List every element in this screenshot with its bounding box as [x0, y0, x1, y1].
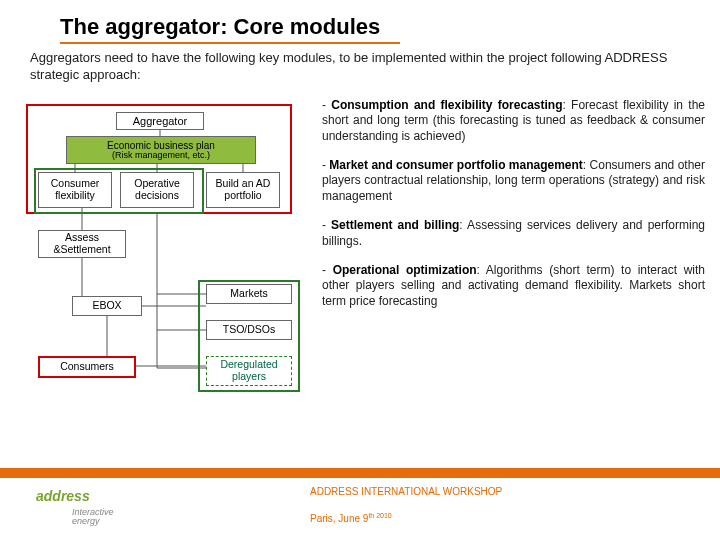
workshop-title: ADDRESS INTERNATIONAL WORKSHOP [310, 486, 502, 497]
slide-title: The aggregator: Core modules [60, 14, 400, 44]
workshop-location: Paris, June 9th 2010 [310, 512, 392, 524]
brand-tagline: Interactiveenergy [72, 508, 114, 527]
deregulated-players-box: Deregulated players [206, 356, 292, 386]
slide: { "title": "The aggregator: Core modules… [0, 0, 720, 540]
bullet-consumption: - Consumption and flexibility forecastin… [322, 98, 705, 144]
consumer-flexibility-box: Consumer flexibility [38, 172, 112, 208]
bullet-list: - Consumption and flexibility forecastin… [322, 98, 705, 418]
consumers-box: Consumers [38, 356, 136, 378]
footer-bar [0, 468, 720, 478]
ebox-box: EBOX [72, 296, 142, 316]
brand-logo: address [36, 488, 90, 504]
economic-plan-box: Economic business plan (Risk management,… [66, 136, 256, 164]
intro-text: Aggregators need to have the following k… [30, 50, 696, 84]
content-row: Aggregator Economic business plan (Risk … [20, 98, 705, 418]
tso-dsos-box: TSO/DSOs [206, 320, 292, 340]
economic-sub: (Risk management, etc.) [112, 151, 210, 161]
aggregator-diagram: Aggregator Economic business plan (Risk … [20, 98, 310, 418]
bullet-market: - Market and consumer portfolio manageme… [322, 158, 705, 204]
markets-box: Markets [206, 284, 292, 304]
bullet-operational: - Operational optimization: Algorithms (… [322, 263, 705, 309]
assess-settlement-box: Assess &Settlement [38, 230, 126, 258]
aggregator-label: Aggregator [116, 112, 204, 130]
build-ad-portfolio-box: Build an AD portfolio [206, 172, 280, 208]
economic-text: Economic business plan [107, 140, 215, 151]
operative-decisions-box: Operative decisions [120, 172, 194, 208]
footer: address Interactiveenergy ADDRESS INTERN… [0, 468, 720, 540]
bullet-settlement: - Settlement and billing: Assessing serv… [322, 218, 705, 249]
